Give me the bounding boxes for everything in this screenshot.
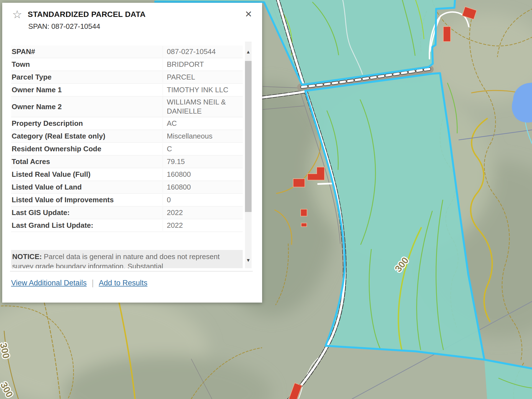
row-label: Owner Name 1 <box>11 86 163 94</box>
row-label: Resident Ownership Code <box>11 145 163 153</box>
scroll-thumb[interactable] <box>245 61 252 212</box>
table-row: Total Acres 79.15 <box>11 155 243 168</box>
row-value: 160800 <box>163 169 243 180</box>
table-row: Owner Name 2 WILLIAMS NEIL & DANIELLE <box>11 96 243 117</box>
row-label: Property Description <box>11 119 163 128</box>
attribute-rows: SPAN# 087-027-10544 Town BRIDPORT Parcel… <box>11 45 243 232</box>
table-row: Category (Real Estate only) Miscellaneou… <box>11 130 243 143</box>
row-value: BRIDPORT <box>163 59 243 70</box>
table-row: SPAN# 087-027-10544 <box>11 45 243 58</box>
row-label: Total Acres <box>11 157 163 166</box>
row-value: TIMOTHY INK LLC <box>163 84 243 96</box>
row-label: SPAN# <box>11 47 163 56</box>
scrollbar[interactable]: ▲ ▼ <box>245 42 252 268</box>
table-row: Last Grand List Update: 2022 <box>11 219 243 232</box>
footer-links: View Additional Details | Add to Results <box>11 278 147 288</box>
row-label: Listed Value of Improvements <box>11 196 163 204</box>
table-row: Resident Ownership Code C <box>11 143 243 155</box>
footer-divider <box>10 271 253 272</box>
table-row: Listed Real Value (Full) 160800 <box>11 168 243 181</box>
table-row: Last GIS Update: 2022 <box>11 206 243 219</box>
row-value: PARCEL <box>163 71 243 83</box>
parcel-info-popup: ☆ STANDARDIZED PARCEL DATA SPAN: 087-027… <box>2 3 262 303</box>
popup-title: STANDARDIZED PARCEL DATA <box>28 10 145 19</box>
row-label: Listed Real Value (Full) <box>11 170 163 179</box>
table-row: Listed Value of Improvements 0 <box>11 194 243 206</box>
table-row: Owner Name 1 TIMOTHY INK LLC <box>11 84 243 96</box>
popup-span-subtitle: SPAN: 087-027-10544 <box>28 22 100 31</box>
row-value: 2022 <box>163 220 243 231</box>
row-value: 160800 <box>163 181 243 193</box>
row-value: Miscellaneous <box>163 131 243 142</box>
close-icon[interactable]: ✕ <box>242 8 255 21</box>
notice-bold-label: NOTICE: <box>12 252 42 261</box>
row-value: AC <box>163 118 243 129</box>
table-row: Listed Value of Land 160800 <box>11 181 243 194</box>
row-label: Last GIS Update: <box>11 208 163 217</box>
row-label: Owner Name 2 <box>11 103 163 111</box>
row-value: 087-027-10544 <box>163 46 243 57</box>
add-to-results-link[interactable]: Add to Results <box>99 279 147 287</box>
notice-text: NOTICE: Parcel data is general in nature… <box>11 250 243 268</box>
row-label: Town <box>11 60 163 69</box>
attribute-table-scroll-area[interactable]: SPAN# 087-027-10544 Town BRIDPORT Parcel… <box>11 42 243 268</box>
row-value: WILLIAMS NEIL & DANIELLE <box>163 96 243 117</box>
row-label: Parcel Type <box>11 73 163 81</box>
scroll-up-arrow-icon[interactable]: ▲ <box>245 47 252 58</box>
row-value: 79.15 <box>163 156 243 167</box>
row-label: Listed Value of Land <box>11 183 163 191</box>
view-additional-details-link[interactable]: View Additional Details <box>11 279 87 287</box>
row-value: C <box>163 143 243 155</box>
table-row: Town BRIDPORT <box>11 58 243 71</box>
link-separator: | <box>92 278 94 288</box>
row-value: 2022 <box>163 207 243 218</box>
row-value: 0 <box>163 194 243 206</box>
table-row: Parcel Type PARCEL <box>11 71 243 84</box>
row-label: Category (Real Estate only) <box>11 132 163 140</box>
row-label: Last Grand List Update: <box>11 221 163 230</box>
scroll-down-arrow-icon[interactable]: ▼ <box>245 255 252 266</box>
table-row: Property Description AC <box>11 117 243 130</box>
favorite-star-icon[interactable]: ☆ <box>10 7 24 22</box>
